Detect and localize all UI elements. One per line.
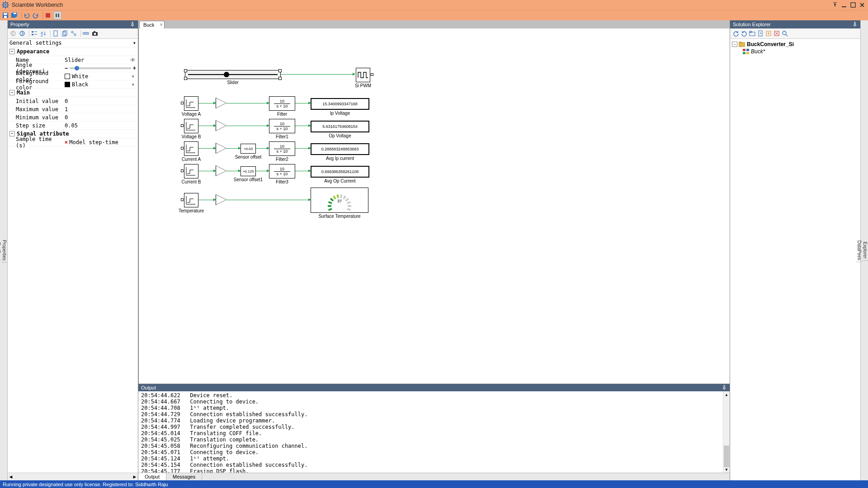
scroll-up-icon[interactable]: ▲ [723,391,730,398]
output-body[interactable]: 20:54:44.622 Device reset.20:54:44.667 C… [138,391,730,473]
gauge-block[interactable]: 37 Surface Temperature [311,188,368,213]
port[interactable] [181,102,184,104]
tab-close-icon[interactable]: × [160,22,163,27]
collapse-icon[interactable]: − [9,131,15,136]
redo-icon[interactable] [32,12,39,19]
collapse-icon[interactable]: − [9,90,15,95]
display-block[interactable]: 0.288583248853683Avg Ip current [311,143,369,155]
visibility-icon[interactable]: 👁 [130,57,136,63]
port[interactable] [181,147,184,150]
prop-row[interactable]: Sample time (s)✖Model step-time [8,138,138,146]
display-block[interactable]: 15.3400993347168Ip Voltage [311,98,369,110]
upload-icon[interactable] [831,1,839,9]
gain-block[interactable]: K [216,165,226,176]
angle-slider[interactable] [70,67,131,69]
scroll-down-icon[interactable]: ▼ [723,466,730,473]
pause-icon[interactable] [53,11,61,19]
new-folder-icon[interactable] [749,30,756,37]
prop-value[interactable]: 0 [65,98,68,104]
sort-icon[interactable]: AZ [40,30,47,37]
source-block[interactable]: Temperature [184,193,198,207]
delete-item-icon[interactable] [773,30,780,37]
prop-value[interactable]: 0 [65,114,68,121]
offset-block[interactable]: +0.03Sensor offset [241,144,256,154]
model-canvas[interactable]: Slider Si PWM Voltage A K 10s + 10 Filte… [138,28,730,384]
port[interactable] [371,73,373,76]
output-tab-messages[interactable]: Messages [166,473,202,480]
forward-circle-icon[interactable] [19,30,26,37]
source-block[interactable]: Voltage B [184,119,198,133]
prop-value[interactable]: 0.05 [65,122,78,129]
side-tab-datapeek[interactable]: DataPeek [856,239,862,263]
dropdown-icon[interactable]: ▾ [130,81,136,88]
general-settings-dropdown[interactable]: General settings▾ [8,39,138,47]
pwm-block[interactable]: Si PWM [356,68,370,82]
add-file-icon[interactable]: + [757,30,764,37]
display-block[interactable]: 0.699386358261108Avg Op Current [311,166,369,178]
side-tab-properties[interactable]: Properties [1,238,7,263]
ruler-icon[interactable] [82,30,90,37]
categorize-icon[interactable] [31,30,38,37]
pin-icon[interactable] [130,22,135,27]
port[interactable] [181,169,184,172]
gain-block[interactable]: K [216,98,226,108]
filter-block[interactable]: 10s + 10 Filter3 [269,164,295,178]
source-block[interactable]: Current A [184,141,198,156]
filter-block[interactable]: 10s + 10 Filter2 [269,141,295,156]
prop-group[interactable]: −Main [8,89,138,97]
gain-block[interactable]: 125 [216,194,226,205]
pages-icon[interactable] [61,30,68,37]
camera-icon[interactable] [91,30,99,37]
slider-block[interactable]: Slider [185,70,281,79]
undo-icon[interactable] [23,12,30,19]
prop-row[interactable]: Step size0.05 [8,122,138,130]
prop-row[interactable]: Maximum value1 [8,105,138,113]
tree-model[interactable]: Buck* [743,48,859,55]
tree-project[interactable]: − BuckConverter_Si [732,41,859,48]
prop-row[interactable]: Initial value0 [8,97,138,105]
side-tab-toolbox[interactable]: ToolBox [0,240,1,261]
gain-block[interactable]: K [216,120,226,131]
output-tab-output[interactable]: Output [138,473,166,480]
source-block[interactable]: Voltage A [184,96,198,111]
prop-row[interactable]: Foreground colorBlack▾ [8,80,138,89]
minimize-icon[interactable] [840,1,848,9]
tab-buck[interactable]: Buck × [139,21,165,28]
refresh-all-icon[interactable] [741,30,748,37]
save-icon[interactable] [2,12,9,19]
side-tab-explorer[interactable]: Explorer [862,240,868,261]
source-block[interactable]: Current B [184,164,198,178]
page-icon[interactable] [52,30,59,37]
maximize-icon[interactable] [849,1,857,9]
expand-icon[interactable]: − [732,42,737,47]
pin-icon[interactable] [852,22,858,27]
prop-value[interactable]: 1 [65,106,68,113]
scroll-left-icon[interactable]: ◄ [8,474,14,479]
new-item-icon[interactable] [765,30,772,37]
search-icon[interactable] [781,30,788,37]
prop-value[interactable]: Black [72,81,88,88]
save-all-icon[interactable] [11,12,18,19]
back-circle-icon[interactable] [9,30,17,37]
display-block[interactable]: 5.63161754608154Op Voltage [311,121,369,132]
close-icon[interactable] [858,1,866,9]
filter-block[interactable]: 10s + 10 Filter1 [269,119,295,133]
pin-icon[interactable] [722,385,727,390]
scroll-right-icon[interactable]: ► [132,474,138,479]
property-hscroll[interactable]: ◄ ► [8,473,138,480]
filter-block[interactable]: 10s + 10 Filter [269,96,295,111]
refresh-icon[interactable] [732,30,740,37]
stop-icon[interactable] [44,12,52,19]
dropdown-icon[interactable]: ▾ [130,73,136,80]
gain-block[interactable]: K [216,143,226,154]
offset-block[interactable]: +0.125Sensor offset1 [241,166,256,176]
prop-group[interactable]: −Appearance [8,47,138,56]
port[interactable] [181,198,184,201]
collapse-icon[interactable]: − [9,49,15,54]
prop-value[interactable]: White [72,73,88,80]
port[interactable] [181,124,184,127]
prop-row[interactable]: Minimum value0 [8,113,138,122]
output-vscroll[interactable]: ▲ ▼ [723,391,730,473]
link-icon[interactable] [70,30,77,37]
prop-value[interactable]: Slider [65,57,84,63]
